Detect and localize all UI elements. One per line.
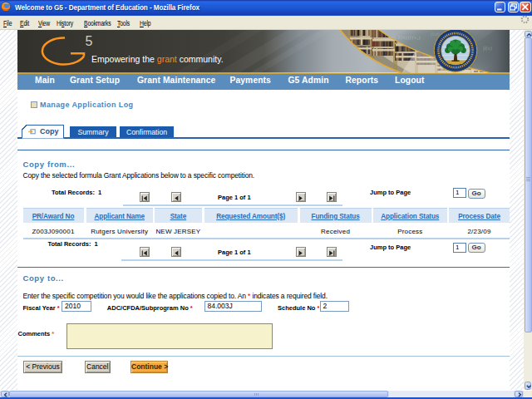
svg-text:Empowering the grant community: Empowering the grant community. bbox=[91, 54, 224, 64]
svg-text:5: 5 bbox=[86, 34, 93, 48]
svg-text:(0,θ): (0,θ) bbox=[431, 32, 440, 37]
svg-text:∫f(x): ∫f(x) bbox=[482, 45, 492, 52]
svg-text:T(x))ƒ(x₀): T(x))ƒ(x₀) bbox=[397, 34, 421, 41]
